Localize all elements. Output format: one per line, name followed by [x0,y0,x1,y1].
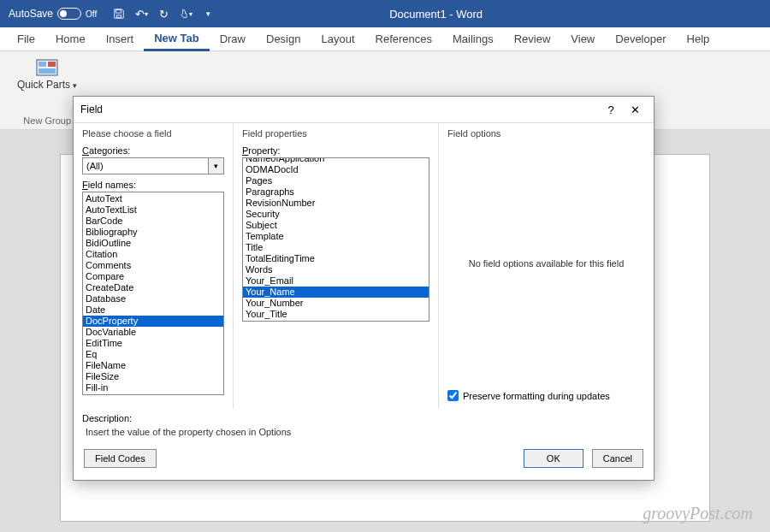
field-dialog: Field ? ✕ Please choose a field Categori… [73,96,654,481]
field-codes-button[interactable]: Field Codes [84,449,157,468]
list-item[interactable]: Your_Email [243,275,429,287]
ok-button[interactable]: OK [524,449,583,468]
watermark: groovyPost.com [643,504,753,523]
quick-parts-icon [35,58,59,77]
list-item[interactable]: Your_Name [243,287,429,298]
field-names-listbox[interactable]: AutoTextAutoTextListBarCodeBibliographyB… [82,192,224,395]
preserve-formatting-label: Preserve formatting during updates [463,391,610,401]
svg-rect-1 [38,62,46,67]
titlebar: AutoSave Off ↶▾ ↻ ▾ ▾ Document1 - Word [0,0,770,27]
dialog-title: Field [80,103,103,115]
list-item[interactable]: Bibliography [83,227,223,238]
ribbon-group-label: New Group [23,115,71,126]
description-label: Description: [74,408,654,425]
list-item[interactable]: DocVariable [83,327,223,338]
pane-choose-field: Please choose a field Categories: ▾ Fiel… [74,122,233,408]
list-item[interactable]: Date [83,304,223,316]
autosave-label: AutoSave [9,8,53,20]
list-item[interactable]: Eq [83,349,223,360]
tab-file[interactable]: File [7,27,45,51]
quick-access-toolbar: ↶▾ ↻ ▾ ▾ [105,7,222,21]
toggle-switch[interactable] [57,8,81,20]
list-item[interactable]: Security [243,209,429,220]
field-names-label: Field names: [82,178,224,192]
right-heading: Field options [447,128,645,144]
autosave-toggle[interactable]: AutoSave Off [0,8,105,20]
no-options-message: No field options available for this fiel… [447,144,645,383]
list-item[interactable]: AutoText [83,193,223,204]
dialog-titlebar[interactable]: Field ? ✕ [74,97,654,122]
qat-customize-icon[interactable]: ▾ [201,7,215,21]
autosave-state: Off [86,9,97,19]
list-item[interactable]: NameofApplication [243,157,429,164]
pane-field-options: Field options No field options available… [438,122,654,408]
dialog-footer: Field Codes OK Cancel [74,444,654,480]
cancel-button[interactable]: Cancel [592,449,643,468]
tab-home[interactable]: Home [45,27,96,51]
ribbon-tabs: FileHomeInsertNew TabDrawDesignLayoutRef… [0,27,770,51]
tab-draw[interactable]: Draw [210,27,256,51]
redo-icon[interactable]: ↻ [157,7,170,21]
list-item[interactable]: BidiOutline [83,238,223,249]
chevron-down-icon[interactable]: ▾ [208,158,223,174]
list-item[interactable]: Pages [243,175,429,186]
svg-rect-3 [38,68,56,74]
tab-references[interactable]: References [365,27,442,51]
list-item[interactable]: AutoTextList [83,204,223,216]
list-item[interactable]: BarCode [83,216,223,227]
list-item[interactable]: Your_Number [243,298,429,309]
list-item[interactable]: FileName [83,360,223,371]
categories-label: Categories: [82,144,224,157]
list-item[interactable]: Words [243,264,429,275]
categories-combo[interactable]: ▾ [82,157,224,174]
quick-parts-label: Quick Parts ▾ [17,79,77,91]
categories-input[interactable] [83,158,208,174]
list-item[interactable]: CreateDate [83,282,223,293]
tab-help[interactable]: Help [677,27,720,51]
svg-rect-2 [48,62,56,67]
tab-mailings[interactable]: Mailings [442,27,504,51]
left-heading: Please choose a field [82,128,224,144]
tab-layout[interactable]: Layout [311,27,364,51]
close-button[interactable]: ✕ [623,103,647,116]
tab-design[interactable]: Design [256,27,311,51]
property-listbox[interactable]: NameofApplicationODMADocIdPagesParagraph… [242,157,429,322]
tab-view[interactable]: View [560,27,605,51]
list-item[interactable]: Compare [83,271,223,282]
undo-icon[interactable]: ↶▾ [134,7,148,21]
list-item[interactable]: TotalEditingTime [243,253,429,264]
list-item[interactable]: Your_Title [243,309,429,320]
list-item[interactable]: FileSize [83,371,223,382]
property-label: Property: [242,144,429,157]
tab-developer[interactable]: Developer [605,27,676,51]
help-button[interactable]: ? [599,103,623,116]
list-item[interactable]: Comments [83,260,223,271]
list-item[interactable]: Database [83,293,223,304]
save-icon[interactable] [112,7,126,21]
list-item[interactable]: ODMADocId [243,164,429,175]
list-item[interactable]: RevisionNumber [243,198,429,209]
list-item[interactable]: Citation [83,249,223,260]
list-item[interactable]: EditTime [83,338,223,349]
tab-new-tab[interactable]: New Tab [144,27,210,51]
list-item[interactable]: Title [243,242,429,253]
list-item[interactable]: Fill-in [83,382,223,393]
list-item[interactable]: Subject [243,220,429,231]
list-item[interactable]: DocProperty [83,316,223,327]
mid-heading: Field properties [242,128,429,144]
tab-insert[interactable]: Insert [96,27,145,51]
preserve-formatting-checkbox[interactable] [447,390,459,401]
tab-review[interactable]: Review [504,27,561,51]
list-item[interactable]: Paragraphs [243,186,429,198]
touch-mode-icon[interactable]: ▾ [179,7,192,21]
list-item[interactable]: Template [243,231,429,242]
document-title: Document1 - Word [222,8,650,21]
pane-field-properties: Field properties Property: NameofApplica… [233,122,438,408]
description-text: Insert the value of the property chosen … [74,425,654,444]
quick-parts-button[interactable]: Quick Parts ▾ [14,55,80,94]
